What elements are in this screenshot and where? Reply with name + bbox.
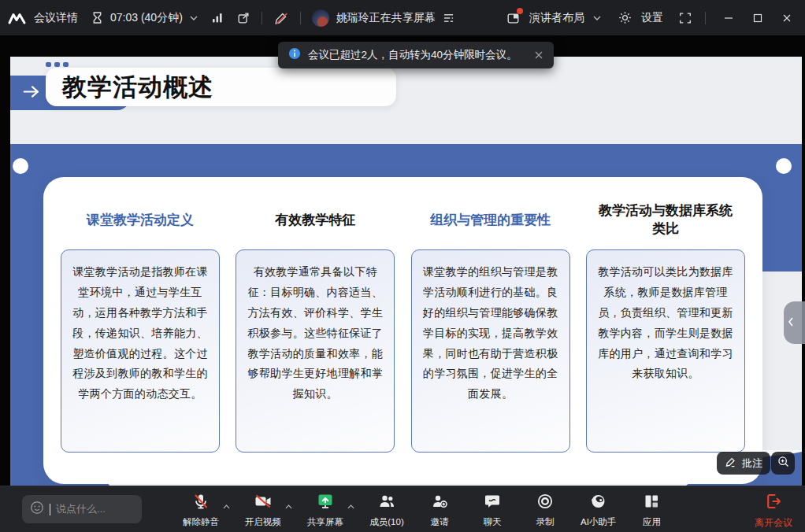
column-body: 有效教学通常具备以下特征：目标明确、内容适当、方法有效、评价科学、学生积极参与。… bbox=[245, 262, 385, 405]
divider bbox=[705, 12, 706, 24]
slide-column: 教学活动与数据库系统类比 教学活动可以类比为数据库系统，教师是数据库管理员，负责… bbox=[586, 198, 745, 484]
toolbar-button-label: 应用 bbox=[643, 516, 661, 528]
collapse-panel-handle[interactable] bbox=[784, 301, 805, 344]
layout-icon[interactable] bbox=[506, 11, 521, 25]
toolbar-button-label: 邀请 bbox=[431, 516, 449, 528]
slide-title-pill: 教学活动概述 bbox=[46, 68, 396, 106]
layout-chevron-down-icon[interactable] bbox=[593, 16, 601, 20]
text-cursor bbox=[50, 504, 50, 515]
column-heading: 组织与管理的重要性 bbox=[411, 198, 570, 243]
leave-meeting-icon bbox=[764, 492, 783, 514]
minimize-button[interactable] bbox=[718, 8, 739, 28]
toolbar-button-label: 聊天 bbox=[484, 516, 502, 528]
column-card: 教学活动可以类比为数据库系统，教师是数据库管理员，负责组织、管理和更新教学内容，… bbox=[586, 249, 745, 453]
close-button[interactable] bbox=[777, 8, 797, 28]
leave-meeting-button[interactable]: 离开会议 bbox=[755, 492, 792, 530]
caret-up-icon[interactable] bbox=[347, 498, 354, 512]
record-icon bbox=[536, 492, 555, 514]
divider bbox=[300, 12, 301, 24]
toolbar-button-label: 录制 bbox=[536, 516, 555, 528]
toolbar-button-label: 共享屏幕 bbox=[307, 516, 343, 528]
arrow-right-icon bbox=[21, 84, 43, 102]
slide-column: 课堂教学活动定义 课堂教学活动是指教师在课堂环境中，通过与学生互动，运用各种教学… bbox=[61, 198, 220, 484]
sharing-status-text: 姚瑞玲正在共享屏幕 bbox=[336, 11, 436, 25]
toolbar-button-label: 开启视频 bbox=[245, 516, 281, 528]
magnifier-plus-icon bbox=[777, 455, 790, 471]
mic-off-icon bbox=[191, 492, 210, 514]
share-screen-button[interactable]: 共享屏幕 bbox=[304, 490, 354, 528]
chat-input[interactable]: 说点什么... bbox=[22, 495, 142, 523]
column-body: 课堂教学活动是指教师在课堂环境中，通过与学生互动，运用各种教学方法和手段，传递知… bbox=[70, 262, 210, 405]
chat-button[interactable]: 聊天 bbox=[472, 490, 513, 528]
ai-assistant-icon bbox=[589, 492, 608, 514]
toolbar-button-label: 成员(10) bbox=[369, 516, 403, 528]
invite-icon bbox=[430, 492, 449, 514]
gear-icon[interactable] bbox=[618, 10, 632, 25]
members-button[interactable]: 成员(10) bbox=[366, 490, 407, 528]
toast-close-icon[interactable] bbox=[534, 50, 543, 60]
divider bbox=[262, 12, 262, 24]
caret-up-icon[interactable] bbox=[223, 498, 230, 512]
hourglass-icon bbox=[91, 11, 103, 24]
camera-off-icon bbox=[254, 492, 273, 514]
slide-content-panel: 课堂教学活动定义 课堂教学活动是指教师在课堂环境中，通过与学生互动，运用各种教学… bbox=[43, 177, 762, 484]
chat-icon bbox=[483, 492, 502, 514]
caret-up-icon[interactable] bbox=[285, 498, 292, 512]
annotate-button-label: 批注 bbox=[742, 456, 762, 471]
shared-screen-area: 教学活动概述 课堂教学活动定义 课堂教学活动是指教师在课堂环境中，通过与学生互动… bbox=[0, 35, 805, 486]
column-heading: 课堂教学活动定义 bbox=[61, 198, 220, 243]
fullscreen-icon[interactable] bbox=[678, 11, 692, 25]
sharing-options-list-icon[interactable] bbox=[443, 13, 454, 23]
layout-button[interactable]: 演讲者布局 bbox=[529, 11, 584, 25]
slide-title: 教学活动概述 bbox=[62, 71, 213, 104]
chat-placeholder: 说点什么... bbox=[56, 502, 106, 516]
annotation-disabled-icon[interactable] bbox=[273, 10, 289, 26]
record-button[interactable]: 录制 bbox=[525, 490, 566, 528]
column-body: 课堂教学的组织与管理是教学活动顺利进行的基础。良好的组织与管理能够确保教学目标的… bbox=[421, 262, 561, 405]
meeting-details-button[interactable]: 会议详情 bbox=[34, 11, 78, 25]
slide-column: 组织与管理的重要性 课堂教学的组织与管理是教学活动顺利进行的基础。良好的组织与管… bbox=[411, 198, 570, 484]
bottom-toolbar: 说点什么... 解除静音 开启视频 bbox=[0, 486, 805, 532]
column-heading: 教学活动与数据库系统类比 bbox=[593, 198, 738, 243]
network-signal-icon[interactable] bbox=[211, 12, 224, 24]
annotate-button[interactable]: 批注 bbox=[717, 452, 770, 475]
titlebar-right: 演讲者布局 设置 bbox=[506, 8, 797, 28]
pen-icon bbox=[725, 456, 737, 471]
toolbar-button-label: 解除静音 bbox=[183, 516, 219, 528]
titlebar: 会议详情 07:03 (40分钟) 姚瑞玲正在共享屏幕 bbox=[0, 0, 805, 35]
notification-dot bbox=[517, 8, 523, 14]
members-icon bbox=[377, 492, 396, 514]
titlebar-left: 会议详情 07:03 (40分钟) 姚瑞玲正在共享屏幕 bbox=[8, 9, 454, 27]
apps-icon bbox=[642, 492, 661, 514]
maximize-button[interactable] bbox=[748, 8, 768, 28]
slide-column: 有效教学特征 有效教学通常具备以下特征：目标明确、内容适当、方法有效、评价科学、… bbox=[236, 198, 395, 484]
meeting-limit-toast: 会议已超过2人，自动转为40分钟限时会议。 bbox=[278, 42, 554, 68]
timer-chevron-down-icon[interactable] bbox=[190, 16, 198, 20]
toast-message: 会议已超过2人，自动转为40分钟限时会议。 bbox=[308, 48, 518, 62]
presenter-avatar bbox=[312, 9, 329, 27]
meeting-app-logo-icon bbox=[8, 11, 27, 25]
column-card: 有效教学通常具备以下特征：目标明确、内容适当、方法有效、评价科学、学生积极参与。… bbox=[236, 249, 395, 453]
start-video-button[interactable]: 开启视频 bbox=[242, 490, 292, 528]
info-icon bbox=[288, 47, 301, 63]
meeting-window: 会议详情 07:03 (40分钟) 姚瑞玲正在共享屏幕 bbox=[0, 0, 805, 532]
unmute-button[interactable]: 解除静音 bbox=[180, 490, 230, 528]
apps-button[interactable]: 应用 bbox=[631, 490, 672, 528]
emoji-smiley-icon[interactable] bbox=[30, 501, 44, 518]
column-heading: 有效教学特征 bbox=[236, 198, 395, 243]
settings-button[interactable]: 设置 bbox=[641, 11, 663, 25]
column-body: 教学活动可以类比为数据库系统，教师是数据库管理员，负责组织、管理和更新教学内容，… bbox=[595, 262, 736, 384]
toolbar-button-label: AI小助手 bbox=[581, 516, 616, 528]
pop-out-icon[interactable] bbox=[236, 11, 250, 25]
column-card: 课堂教学的组织与管理是教学活动顺利进行的基础。良好的组织与管理能够确保教学目标的… bbox=[411, 249, 570, 453]
chevron-left-icon bbox=[788, 316, 794, 330]
toolbar-buttons: 解除静音 开启视频 共享屏幕 bbox=[180, 490, 672, 528]
share-screen-icon bbox=[316, 492, 335, 514]
zoom-in-button[interactable] bbox=[771, 452, 795, 475]
column-card: 课堂教学活动是指教师在课堂环境中，通过与学生互动，运用各种教学方法和手段，传递知… bbox=[61, 249, 220, 453]
leave-meeting-label: 离开会议 bbox=[755, 516, 792, 530]
invite-button[interactable]: 邀请 bbox=[419, 490, 460, 528]
presentation-slide: 教学活动概述 课堂教学活动定义 课堂教学活动是指教师在课堂环境中，通过与学生互动… bbox=[10, 57, 802, 486]
meeting-timer: 07:03 (40分钟) bbox=[110, 11, 183, 25]
ai-assistant-button[interactable]: AI小助手 bbox=[577, 490, 619, 528]
